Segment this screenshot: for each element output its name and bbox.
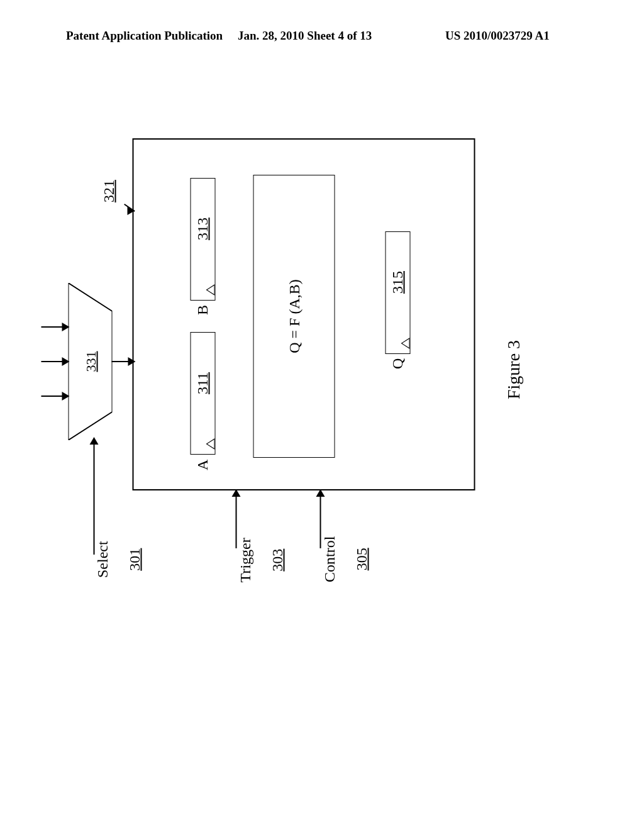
reg-b-313: 313	[190, 178, 215, 301]
figure-caption: Figure 3	[503, 340, 523, 399]
leader-321-head	[127, 206, 136, 215]
clock-icon	[401, 338, 409, 349]
arrow-mux-in-3	[41, 323, 69, 331]
reg-b-label: B	[194, 305, 210, 315]
header-left: Patent Application Publication	[66, 29, 223, 43]
arrow-select-to-mux	[89, 438, 98, 555]
mux-331: 331	[68, 283, 112, 440]
label-select-ref: 301	[126, 548, 142, 571]
label-trigger-ref: 303	[269, 549, 285, 572]
reg-q-ref: 315	[389, 271, 405, 294]
header-right: US 2010/0023729 A1	[445, 29, 550, 43]
reg-a-label: A	[194, 460, 210, 470]
header-mid: Jan. 28, 2010 Sheet 4 of 13	[238, 29, 372, 43]
reg-b-ref: 313	[194, 218, 210, 240]
clock-icon	[206, 284, 214, 296]
label-control-ref: 305	[353, 548, 369, 570]
reg-a-311: 311	[190, 332, 215, 455]
function-box: Q = F (A,B)	[253, 175, 335, 458]
clock-icon	[206, 438, 214, 450]
function-text: Q = F (A,B)	[286, 279, 303, 353]
reg-a-ref: 311	[194, 372, 210, 394]
arrow-trigger-to-block	[231, 489, 240, 548]
arrow-mux-in-2	[41, 357, 69, 366]
block-ref-321: 321	[101, 180, 116, 202]
reg-q-label: Q	[389, 358, 405, 369]
arrow-control-to-block	[316, 489, 325, 548]
figure-canvas: Select 301 Trigger 303 Control 305	[63, 94, 550, 622]
arrow-mux-in-1	[41, 392, 69, 401]
figure-rotated: Select 301 Trigger 303 Control 305	[63, 94, 550, 622]
reg-q-315: 315	[385, 231, 410, 354]
mux-ref: 331	[82, 283, 99, 440]
main-block-321: 311 313 A B Q = F (A,B) 315 Q	[132, 138, 475, 490]
